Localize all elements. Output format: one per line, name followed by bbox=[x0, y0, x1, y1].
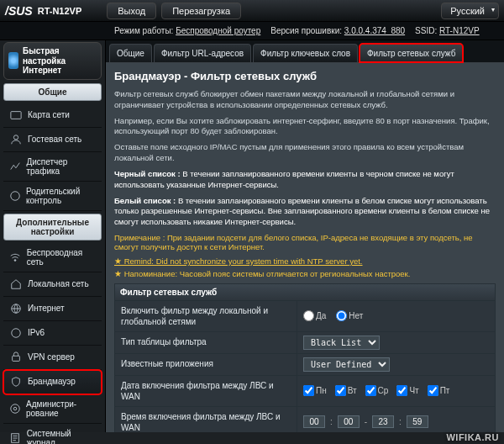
sidebar-item-admin[interactable]: Администри-рование bbox=[3, 394, 102, 424]
wand-icon bbox=[8, 52, 18, 69]
shield-icon bbox=[9, 375, 23, 388]
day1-thu[interactable]: Чт bbox=[396, 385, 418, 396]
day1-wed[interactable]: Ср bbox=[365, 385, 389, 396]
t1-em[interactable] bbox=[407, 415, 428, 428]
reboot-button[interactable]: Перезагрузка bbox=[161, 3, 241, 19]
sidebar-item-traffic[interactable]: Диспетчер трафика bbox=[3, 152, 102, 182]
enable-yes-radio[interactable]: Да bbox=[303, 310, 326, 321]
svg-point-5 bbox=[12, 328, 21, 337]
map-icon bbox=[9, 108, 23, 122]
day1-fri[interactable]: Пт bbox=[428, 385, 450, 396]
brand-logo: /SUS bbox=[5, 4, 33, 18]
sidebar-item-ipv6[interactable]: IPv6 bbox=[3, 321, 102, 346]
parental-icon bbox=[9, 189, 21, 203]
sidebar-item-syslog[interactable]: Системный журнал bbox=[3, 424, 102, 445]
table-header: Фильтр сетевых служб bbox=[115, 284, 495, 300]
settings-table: Фильтр сетевых служб Включить фильтр меж… bbox=[114, 283, 496, 432]
watermark: WIFIKA.RU bbox=[446, 432, 499, 442]
guest-icon bbox=[9, 133, 23, 146]
status-bar: Режим работы: Беспроводной роутер Версия… bbox=[0, 22, 504, 40]
main-panel: Брандмауэр - Фильтр сетевых служб Фильтр… bbox=[106, 63, 504, 432]
sidebar-category-general: Общие bbox=[3, 83, 102, 101]
log-icon bbox=[9, 431, 22, 445]
top-bar: /SUS RT-N12VP Выход Перезагрузка Русский bbox=[0, 0, 504, 22]
logout-button[interactable]: Выход bbox=[107, 3, 156, 19]
sidebar-item-wireless[interactable]: Беспроводная сеть bbox=[3, 243, 102, 272]
sidebar-item-vpn[interactable]: VPN сервер bbox=[3, 346, 102, 370]
svg-rect-6 bbox=[13, 356, 20, 361]
vpn-icon bbox=[9, 351, 23, 364]
enable-no-radio[interactable]: Нет bbox=[336, 310, 363, 321]
tab-keyword-filter[interactable]: Фильтр ключевых слов bbox=[253, 44, 358, 62]
lan-icon bbox=[9, 278, 23, 291]
note-text: Примечание : При задании подсети для бел… bbox=[114, 233, 496, 251]
svg-point-1 bbox=[13, 135, 18, 139]
ipv6-icon bbox=[9, 326, 23, 340]
globe-icon bbox=[9, 302, 23, 315]
tabs: Общие Фильтр URL-адресов Фильтр ключевых… bbox=[106, 40, 504, 63]
day1-mon[interactable]: Пн bbox=[303, 385, 327, 396]
sidebar-item-parental[interactable]: Родительский контроль bbox=[3, 182, 102, 211]
svg-point-3 bbox=[14, 259, 16, 261]
filter-type-select[interactable]: Black List bbox=[303, 336, 380, 350]
sidebar-item-wan[interactable]: Интернет bbox=[3, 297, 102, 321]
t1-eh[interactable] bbox=[372, 415, 394, 428]
sidebar-item-firewall[interactable]: Брандмауэр bbox=[3, 370, 102, 394]
tab-service-filter[interactable]: Фильтр сетевых служб bbox=[360, 44, 463, 62]
gear-icon bbox=[9, 402, 21, 415]
quick-setup-button[interactable]: Быстрая настройка Интернет bbox=[3, 42, 102, 80]
sidebar: Быстрая настройка Интернет Общие Карта с… bbox=[0, 40, 106, 432]
page-title: Брандмауэр - Фильтр сетевых служб bbox=[114, 70, 496, 82]
mode-link[interactable]: Беспроводной роутер bbox=[176, 26, 260, 35]
traffic-icon bbox=[9, 160, 21, 173]
t1-sm[interactable] bbox=[338, 415, 360, 428]
svg-point-8 bbox=[11, 404, 20, 413]
ntp-warning[interactable]: ★ Remind: Did not synchronize your syste… bbox=[114, 256, 496, 266]
firmware-link[interactable]: 3.0.0.4.374_880 bbox=[344, 26, 405, 35]
ssid-link[interactable]: RT-N12VP bbox=[439, 26, 480, 35]
sidebar-item-network-map[interactable]: Карта сети bbox=[3, 103, 102, 128]
wifi-icon bbox=[9, 251, 22, 264]
day1-tue[interactable]: Вт bbox=[335, 385, 357, 396]
known-apps-select[interactable]: User Defined bbox=[303, 357, 390, 372]
sidebar-category-advanced: Дополнительные настройки bbox=[3, 214, 102, 240]
tz-warning: ★ Напоминание: Часовой пояс системы отли… bbox=[114, 269, 496, 278]
sidebar-item-guest-network[interactable]: Гостевая сеть bbox=[3, 128, 102, 152]
svg-point-2 bbox=[11, 191, 20, 200]
language-select[interactable]: Русский bbox=[441, 3, 499, 19]
tab-url-filter[interactable]: Фильтр URL-адресов bbox=[154, 44, 251, 62]
svg-rect-0 bbox=[11, 111, 21, 119]
svg-point-7 bbox=[13, 407, 17, 410]
t1-sh[interactable] bbox=[303, 415, 325, 428]
tab-general[interactable]: Общие bbox=[109, 44, 152, 62]
sidebar-item-lan[interactable]: Локальная сеть bbox=[3, 272, 102, 297]
model-name: RT-N12VP bbox=[38, 6, 82, 16]
